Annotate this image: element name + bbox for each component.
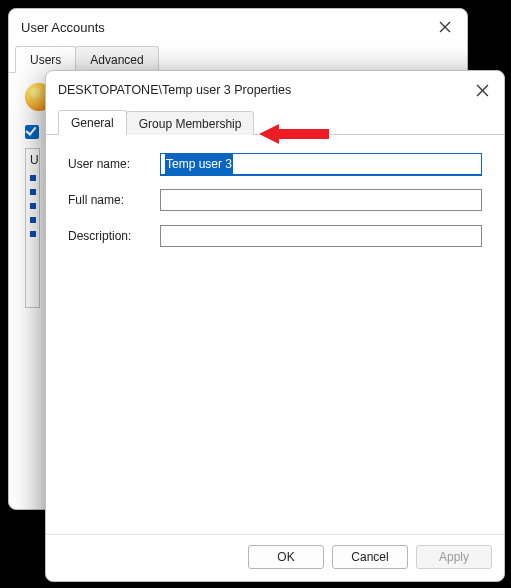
tab-group-membership[interactable]: Group Membership [126,111,255,135]
user-accounts-tabs: Users Advanced [9,45,467,73]
ok-button[interactable]: OK [248,545,324,569]
list-item[interactable] [30,189,36,195]
description-row: Description: [68,225,482,247]
full-name-field[interactable] [160,189,482,211]
users-list-header: U [26,153,39,167]
properties-tabs: General Group Membership [46,109,504,135]
users-list: U [25,148,40,308]
close-icon[interactable] [435,17,455,37]
user-accounts-titlebar: User Accounts [9,9,467,45]
full-name-row: Full name: [68,189,482,211]
user-name-label: User name: [68,157,160,171]
list-item[interactable] [30,203,36,209]
tab-users[interactable]: Users [15,46,76,73]
properties-titlebar: DESKTOPATONE\Temp user 3 Properties [46,71,504,109]
full-name-label: Full name: [68,193,160,207]
user-accounts-title: User Accounts [21,20,105,35]
user-name-value: Temp user 3 [165,154,233,174]
user-name-field[interactable]: Temp user 3 [160,153,482,175]
close-icon[interactable] [472,80,492,100]
checkbox-checked-icon[interactable] [25,125,39,139]
list-item[interactable] [30,217,36,223]
description-label: Description: [68,229,160,243]
list-item[interactable] [30,231,36,237]
general-form: User name: Temp user 3 Full name: Descri… [46,135,504,534]
user-name-row: User name: Temp user 3 [68,153,482,175]
dialog-buttons: OK Cancel Apply [46,534,504,581]
tab-advanced[interactable]: Advanced [75,46,158,73]
cancel-button[interactable]: Cancel [332,545,408,569]
properties-title: DESKTOPATONE\Temp user 3 Properties [58,83,291,97]
description-field[interactable] [160,225,482,247]
list-item[interactable] [30,175,36,181]
tab-general[interactable]: General [58,110,127,135]
user-properties-window: DESKTOPATONE\Temp user 3 Properties Gene… [45,70,505,582]
apply-button: Apply [416,545,492,569]
